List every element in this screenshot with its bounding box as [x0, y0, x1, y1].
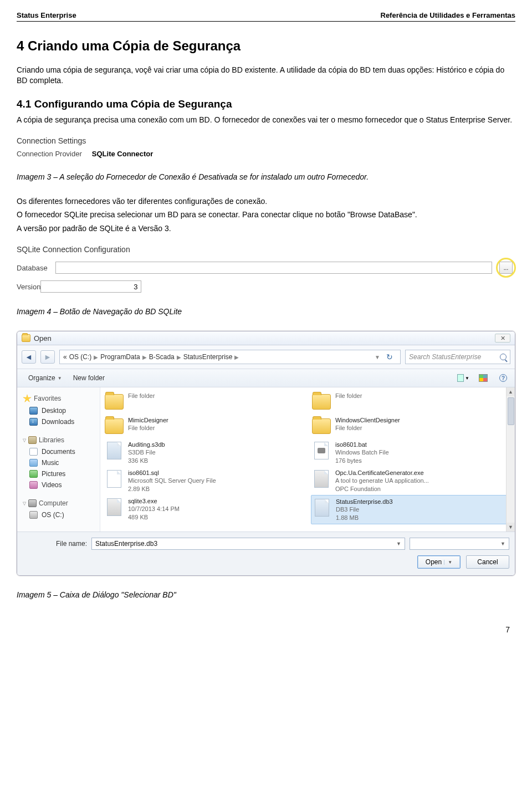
scroll-down-icon[interactable]: ▼	[507, 523, 515, 532]
paragraph: A cópia de segurança precisa uma conexão…	[17, 115, 515, 125]
version-input[interactable]	[40, 280, 141, 293]
file-icon	[312, 441, 331, 461]
chevron-right-icon: ▶	[177, 354, 181, 360]
nav-back-button[interactable]: ◄	[22, 350, 36, 364]
sidebar-item-desktop[interactable]: Desktop	[19, 405, 98, 416]
chevron-right-icon: ▶	[94, 354, 98, 360]
help-icon[interactable]: ?	[497, 373, 509, 383]
libraries-icon	[28, 436, 37, 444]
file-icon	[312, 416, 331, 436]
database-label: Database	[17, 264, 55, 272]
dialog-title: Open	[34, 334, 52, 343]
pictures-icon	[29, 470, 38, 478]
sidebar-item-pictures[interactable]: Pictures	[19, 468, 98, 479]
chevron-down-icon[interactable]: ▼	[444, 560, 452, 565]
connection-settings-panel: Connection Settings Connection Provider …	[17, 136, 515, 158]
new-folder-button[interactable]: New folder	[68, 372, 110, 384]
chevron-down-icon: ▼	[465, 376, 469, 381]
sidebar-computer[interactable]: Computer	[39, 499, 68, 507]
search-input[interactable]: Search StatusEnterprise	[405, 350, 510, 364]
close-button[interactable]: ✕	[495, 334, 510, 343]
paragraph: Os diferentes fornecedores vão ter difer…	[17, 196, 515, 207]
sidebar-item-documents[interactable]: Documents	[19, 446, 98, 457]
paragraph: O fornecedor SQLite precisa selecionar u…	[17, 210, 515, 220]
chevron-right-icon: ▶	[142, 354, 147, 360]
organize-button[interactable]: Organize▼	[23, 372, 68, 384]
folder-icon	[22, 334, 30, 342]
version-label: Version	[17, 283, 40, 291]
open-button[interactable]: Open ▼	[417, 555, 461, 569]
database-input[interactable]	[55, 262, 492, 274]
file-item[interactable]: iso8601.batWindows Batch File176 bytes	[311, 438, 511, 467]
file-icon	[313, 498, 331, 518]
file-icon	[105, 416, 124, 436]
file-item[interactable]: File folder	[104, 390, 304, 414]
connection-settings-title: Connection Settings	[17, 136, 515, 145]
file-item[interactable]: WindowsClientDesignerFile folder	[311, 414, 511, 438]
sidebar-favorites[interactable]: Favorites	[34, 395, 61, 402]
file-icon	[312, 392, 331, 412]
breadcrumb-part[interactable]: OS (C:)	[69, 353, 92, 361]
sidebar-item-downloads[interactable]: Downloads	[19, 416, 98, 427]
file-item[interactable]: Opc.Ua.CertificateGenerator.exeA tool to…	[311, 467, 511, 495]
file-item[interactable]: MimicDesignerFile folder	[104, 414, 304, 438]
breadcrumb[interactable]: « OS (C:)▶ ProgramData▶ B-Scada▶ StatusE…	[59, 350, 401, 364]
file-item[interactable]: Auditing.s3dbS3DB File336 KB	[104, 438, 304, 467]
image-caption-4: Imagem 4 – Botão de Navegação do BD SQLi…	[17, 306, 515, 317]
breadcrumb-part[interactable]: B-Scada	[149, 353, 175, 361]
file-icon	[105, 392, 124, 412]
chevron-down-icon[interactable]: ▼	[396, 541, 401, 546]
paragraph: A versão por padrão de SQLite é a Versão…	[17, 223, 515, 234]
breadcrumb-part[interactable]: «	[63, 353, 67, 361]
dialog-sidebar: Favorites Desktop Downloads ▽Libraries D…	[17, 387, 100, 532]
file-item[interactable]: iso8601.sqlMicrosoft SQL Server Query Fi…	[104, 467, 304, 495]
sidebar-item-videos[interactable]: Videos	[19, 479, 98, 491]
scroll-up-icon[interactable]: ▲	[507, 387, 515, 396]
scroll-thumb[interactable]	[508, 397, 514, 425]
sidebar-item-drive-c[interactable]: OS (C:)	[19, 509, 98, 520]
file-item[interactable]: sqlite3.exe10/7/2013 4:14 PM489 KB	[104, 495, 304, 523]
section-title: 4 Criando uma Cópia de Segurança	[17, 38, 515, 54]
file-item[interactable]: File folder	[311, 390, 511, 414]
chevron-down-icon: ▼	[500, 541, 505, 546]
chevron-right-icon: ▶	[234, 354, 239, 360]
drive-icon	[29, 511, 38, 519]
paragraph: Criando uma cópia de segurança, voçê vai…	[17, 65, 515, 86]
chevron-down-icon[interactable]: ▼	[375, 354, 380, 360]
refresh-icon[interactable]: ↻	[382, 350, 397, 364]
star-icon	[23, 394, 32, 403]
scrollbar[interactable]: ▲ ▼	[506, 387, 515, 532]
view-grid-icon[interactable]	[477, 373, 489, 383]
computer-icon	[28, 499, 37, 507]
page-header: Status Enterprise Referência de Utilidad…	[17, 11, 515, 22]
connection-provider-value: SQLite Connector	[92, 150, 154, 158]
breadcrumb-part[interactable]: ProgramData	[100, 353, 140, 361]
search-placeholder: Search StatusEnterprise	[409, 353, 481, 361]
image-caption-5: Imagem 5 – Caixa de Diálogo "Selecionar …	[17, 590, 515, 600]
nav-forward-button[interactable]: ►	[40, 350, 55, 364]
file-list: File folderMimicDesignerFile folderAudit…	[100, 387, 515, 532]
header-left: Status Enterprise	[17, 11, 76, 19]
breadcrumb-part[interactable]: StatusEnterprise	[183, 353, 233, 361]
header-right: Referência de Utilidades e Ferramentas	[381, 11, 516, 19]
search-icon	[500, 354, 507, 360]
page-number: 7	[17, 614, 515, 634]
connection-provider-label: Connection Provider	[17, 150, 82, 158]
filename-label: File name:	[23, 540, 87, 548]
file-icon	[105, 469, 124, 489]
cancel-button[interactable]: Cancel	[466, 555, 509, 569]
image-caption-3: Imagem 3 – A seleção do Fornecedor de Co…	[17, 172, 515, 182]
chevron-down-icon[interactable]: ▽	[23, 438, 26, 443]
downloads-icon	[29, 418, 38, 426]
file-item[interactable]: StatusEnterprise.db3DB3 File1.88 MB	[311, 495, 511, 524]
sidebar-libraries[interactable]: Libraries	[39, 436, 64, 444]
chevron-down-icon[interactable]: ▽	[23, 501, 26, 506]
file-icon	[105, 441, 124, 461]
view-tiles-icon[interactable]: ▼	[457, 373, 469, 383]
browse-database-button[interactable]: ...	[499, 262, 513, 274]
file-icon	[312, 469, 331, 489]
sidebar-item-music[interactable]: Music	[19, 457, 98, 468]
file-type-filter[interactable]: ▼	[410, 538, 509, 550]
filename-input[interactable]: StatusEnterprise.db3 ▼	[91, 538, 405, 550]
subsection-title: 4.1 Configurando uma Cópia de Segurança	[17, 98, 515, 110]
